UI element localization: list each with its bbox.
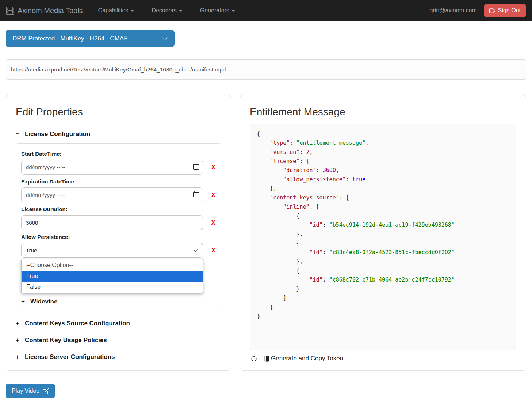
code-line: "id": "b54ec914-192d-4ea1-ac19-f429eb498… (257, 221, 509, 230)
edit-properties-title: Edit Properties (16, 106, 221, 118)
clear-allow-persistence-button[interactable]: X (211, 243, 216, 258)
code-line: } (257, 303, 509, 312)
section-label: Content Key Usage Policies (25, 337, 107, 344)
nav-item-label: Capabilities (98, 7, 129, 14)
start-datetime-shell (21, 160, 203, 175)
manifest-url-text: https://media.axprod.net/TestVectors/Mul… (11, 66, 226, 73)
play-video-button[interactable]: Play Video (6, 384, 55, 398)
expand-plus-icon: + (16, 320, 19, 327)
allow-persistence-dropdown: --Choose Option--TrueFalse (21, 259, 203, 293)
code-line: ] (257, 294, 509, 303)
nav-item-decoders[interactable]: Decoders (152, 7, 182, 14)
expiration-datetime-row: X (21, 187, 216, 202)
expand-plus-icon: + (21, 298, 25, 305)
generate-and-copy-token-label: Generate and Copy Token (271, 355, 343, 362)
code-line: } (257, 284, 509, 294)
collapsed-sections: + Content Keys Source Configuration + Co… (16, 320, 221, 361)
caret-down-icon (232, 10, 235, 12)
calendar-icon[interactable] (193, 164, 199, 171)
chevron-down-icon (193, 248, 198, 253)
nav-right: grin@axinom.com Sign Out (430, 4, 526, 17)
sign-out-button[interactable]: Sign Out (484, 4, 526, 17)
manifest-url-box[interactable]: https://media.axprod.net/TestVectors/Mul… (6, 59, 526, 80)
sign-out-label: Sign Out (498, 7, 521, 14)
brand-label: Axinom Media Tools (18, 7, 83, 15)
caret-down-icon (179, 10, 182, 12)
expiration-datetime-input[interactable] (21, 187, 203, 202)
test-vector-select[interactable]: DRM Protected - MultiKey - H264 - CMAF (6, 30, 175, 47)
entitlement-message-panel: Entitlement Message { "type": "entitleme… (240, 95, 526, 371)
code-line: { (257, 239, 509, 248)
license-duration-label: License Duration: (21, 206, 216, 212)
copy-icon (264, 355, 270, 362)
chevron-down-icon (162, 36, 168, 42)
code-line: }, (257, 230, 509, 239)
brand[interactable]: Axinom Media Tools (6, 7, 83, 15)
clear-license-duration-button[interactable]: X (211, 215, 216, 230)
allow-persistence-shell: True --Choose Option--TrueFalse (21, 243, 203, 293)
code-line: "type": "entitlement_message", (257, 139, 509, 148)
section-content-key-usage-policies[interactable]: + Content Key Usage Policies (16, 337, 221, 344)
calendar-icon[interactable] (193, 191, 199, 199)
navbar: Axinom Media Tools Capabilities Decoders… (0, 0, 532, 21)
expand-plus-icon: + (16, 353, 19, 361)
section-license-configuration[interactable]: − License Configuration (16, 131, 221, 138)
expiration-datetime-label: Expiration DateTime: (21, 178, 216, 185)
code-line: }, (257, 257, 509, 266)
code-line: { (257, 266, 509, 275)
code-line: "id": "c83c4ea8-0f2a-4523-851c-fbeccdc0f… (257, 248, 509, 257)
nav-item-generators[interactable]: Generators (200, 7, 235, 14)
code-line: "duration": 3600, (257, 166, 509, 175)
collapse-minus-icon: − (16, 131, 19, 138)
refresh-icon[interactable] (250, 355, 257, 362)
play-video-label: Play Video (12, 388, 39, 394)
section-label: Content Keys Source Configuration (25, 320, 130, 327)
nav-item-capabilities[interactable]: Capabilities (98, 7, 134, 14)
film-icon (6, 7, 14, 15)
entitlement-message-title: Entitlement Message (250, 106, 516, 118)
section-content-keys-source-configuration[interactable]: + Content Keys Source Configuration (16, 320, 221, 327)
allow-persistence-select[interactable]: True (21, 243, 203, 258)
section-widevine[interactable]: + Widevine (21, 298, 216, 305)
license-duration-row: X (21, 215, 216, 230)
code-line: { (257, 212, 509, 221)
clear-expiration-datetime-button[interactable]: X (211, 187, 216, 202)
allow-persistence-row: True --Choose Option--TrueFalse X (21, 243, 216, 293)
code-line: "version": 2, (257, 148, 509, 157)
license-duration-shell (21, 215, 203, 230)
license-duration-input[interactable] (21, 215, 203, 230)
allow-persistence-selected-value: True (26, 247, 37, 253)
code-line: "license": { (257, 157, 509, 166)
code-line: "id": "c868c702-c71b-4064-ae2b-c24f7cc10… (257, 275, 509, 284)
start-datetime-input[interactable] (21, 160, 203, 175)
code-line: } (257, 312, 509, 321)
caret-down-icon (131, 10, 134, 12)
section-license-server-configurations[interactable]: + License Server Configurations (16, 353, 221, 361)
start-datetime-label: Start DateTime: (21, 151, 216, 157)
generate-and-copy-token-button[interactable]: Generate and Copy Token (264, 355, 343, 362)
code-line: { (257, 129, 509, 139)
nav-menus: Capabilities Decoders Generators (98, 7, 253, 14)
edit-properties-panel: Edit Properties − License Configuration … (6, 95, 231, 371)
dropdown-option-true[interactable]: True (22, 271, 203, 282)
code-line: "inline": [ (257, 202, 509, 212)
token-footer: Generate and Copy Token (250, 355, 516, 362)
entitlement-message-code: { "type": "entitlement_message", "versio… (250, 124, 516, 350)
clear-start-datetime-button[interactable]: X (211, 160, 216, 175)
main-content: Edit Properties − License Configuration … (6, 95, 526, 371)
nav-item-label: Generators (200, 7, 229, 14)
code-line: "content_keys_source": { (257, 193, 509, 202)
test-vector-selected-value: DRM Protected - MultiKey - H264 - CMAF (12, 35, 128, 42)
start-datetime-row: X (21, 160, 216, 175)
nav-item-label: Decoders (152, 7, 176, 14)
expiration-datetime-shell (21, 187, 203, 202)
external-link-icon (43, 388, 49, 394)
sign-out-icon (489, 8, 495, 14)
code-line: "allow_persistence": true (257, 175, 509, 184)
dropdown-option-false[interactable]: False (22, 282, 203, 292)
section-label: License Configuration (25, 131, 90, 138)
allow-persistence-label: Allow Persistence: (21, 234, 216, 240)
section-label: Widevine (30, 298, 57, 305)
section-label: License Server Configurations (25, 353, 115, 361)
dropdown-option-choose-option[interactable]: --Choose Option-- (22, 260, 203, 271)
